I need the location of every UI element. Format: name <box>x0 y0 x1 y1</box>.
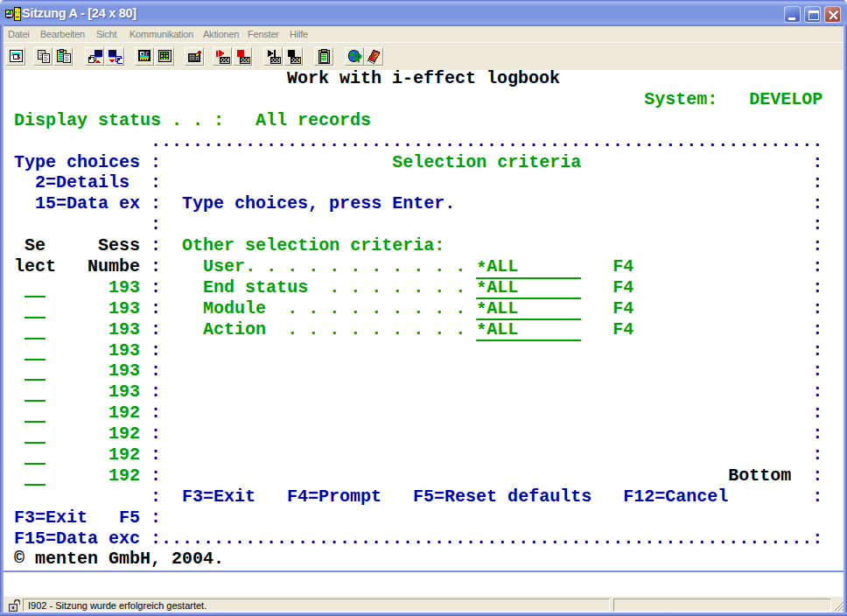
svg-text:?: ? <box>355 52 362 64</box>
